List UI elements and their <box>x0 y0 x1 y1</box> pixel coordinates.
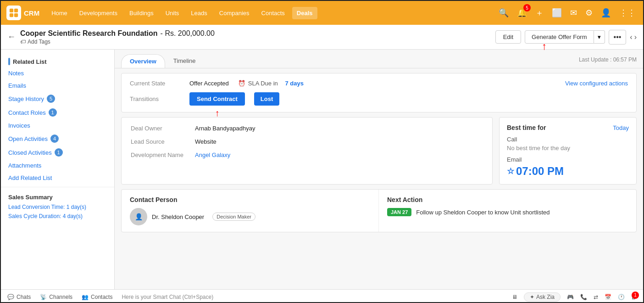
best-time-today-link[interactable]: Today <box>613 124 629 131</box>
current-state-value: Offer Accepted <box>189 80 229 87</box>
svg-rect-3 <box>14 13 18 17</box>
sidebar-item-emails[interactable]: Emails <box>1 79 114 92</box>
deal-owner-value: Arnab Bandyapadhyay <box>195 125 255 132</box>
nav-units[interactable]: Units <box>161 7 184 19</box>
content-area: Overview Timeline Last Update : 06:57 PM… <box>115 50 643 289</box>
translate-icon[interactable]: ⇄ <box>594 294 598 300</box>
contact-name: Dr. Sheldon Cooper <box>152 213 204 220</box>
ask-zia-button[interactable]: ✦ Ask Zia <box>524 292 561 302</box>
email-time: ☆ 07:00 PM <box>507 165 629 178</box>
next-action-section: Next Action JAN 27 Follow up Sheldon Coo… <box>379 190 636 232</box>
red-arrow-send-contract: ↑ <box>215 108 219 118</box>
main-layout: Related List Notes Emails Stage History … <box>1 50 643 289</box>
bottom-bar: 💬 Chats 📡 Channels 👥 Contacts Here is yo… <box>1 289 643 303</box>
sidebar-item-invoices[interactable]: Invoices <box>1 119 114 132</box>
next-record-button[interactable]: › <box>634 33 637 41</box>
sidebar-item-attachments[interactable]: Attachments <box>1 159 114 172</box>
nav-contacts[interactable]: Contacts <box>257 7 289 19</box>
decision-maker-badge: Decision Maker <box>212 213 255 221</box>
sidebar: Related List Notes Emails Stage History … <box>1 50 115 289</box>
development-name-label: Development Name <box>131 152 195 158</box>
generate-dropdown-arrow[interactable]: ▾ <box>594 30 605 44</box>
app-logo-text: CRM <box>24 9 39 17</box>
nav-developments[interactable]: Developments <box>75 7 122 19</box>
nav-deals[interactable]: Deals <box>292 7 317 19</box>
nav-companies[interactable]: Companies <box>215 7 254 19</box>
channels-button[interactable]: 📡 Channels <box>40 294 72 300</box>
lost-button[interactable]: Lost <box>254 92 279 106</box>
development-name-link[interactable]: Angel Galaxy <box>195 152 230 158</box>
tab-overview[interactable]: Overview <box>121 54 165 68</box>
view-configured-actions-link[interactable]: View configured actions <box>565 80 628 87</box>
contacts-button[interactable]: 👥 Contacts <box>82 294 112 300</box>
prev-record-button[interactable]: ‹ <box>630 33 632 41</box>
svg-rect-2 <box>10 13 13 17</box>
search-icon[interactable]: 🔍 <box>497 6 511 20</box>
open-activities-badge: 4 <box>50 135 59 143</box>
state-card: Current State Offer Accepted ⏰ SLA Due i… <box>121 73 637 112</box>
nav-home[interactable]: Home <box>47 7 72 19</box>
phone-icon[interactable]: 📞 <box>580 294 587 300</box>
settings-icon[interactable]: ⚙ <box>583 6 594 20</box>
gamepad-icon[interactable]: 🎮 <box>567 294 574 300</box>
sidebar-item-notes[interactable]: Notes <box>1 67 114 79</box>
contacts-icon: 👥 <box>82 294 89 300</box>
sidebar-item-stage-history[interactable]: Stage History 5 <box>1 92 114 106</box>
lead-source-value: Website <box>195 138 217 145</box>
history-icon[interactable]: 🕐 <box>618 294 625 300</box>
lead-source-label: Lead Source <box>131 138 195 145</box>
page-title: Cooper Scientific Research Foundation <box>20 29 158 38</box>
sales-summary-title: Sales Summary <box>1 190 114 202</box>
tab-timeline[interactable]: Timeline <box>165 54 204 68</box>
contact-avatar: 👤 <box>130 208 147 225</box>
page-amount: - Rs. 200,000.00 <box>161 29 215 38</box>
trash-badge: 1 <box>632 292 639 299</box>
send-contract-button[interactable]: Send Contract <box>189 92 245 106</box>
app-logo: CRM <box>6 6 39 20</box>
svg-rect-0 <box>10 9 13 12</box>
zia-icon: ✦ <box>530 294 534 300</box>
closed-activities-badge: 1 <box>55 148 63 157</box>
last-update-label: Last Update : 06:57 PM <box>579 56 637 66</box>
contact-roles-badge: 1 <box>49 108 57 117</box>
back-button[interactable]: ← <box>7 32 16 42</box>
top-navigation: CRM Home Developments Buildings Units Le… <box>1 1 643 25</box>
more-options-button[interactable]: ••• <box>609 30 627 45</box>
form-icon[interactable]: ⬜ <box>550 6 564 20</box>
chats-button[interactable]: 💬 Chats <box>7 294 31 300</box>
notification-icon[interactable]: 🔔 5 <box>515 6 529 20</box>
mail-icon[interactable]: ✉ <box>568 6 579 20</box>
sidebar-item-open-activities[interactable]: Open Activities 4 <box>1 132 114 146</box>
notification-badge: 5 <box>523 4 531 11</box>
monitor-icon[interactable]: 🖥 <box>512 294 517 300</box>
generate-offer-form-button[interactable]: Generate Offer Form <box>525 30 594 44</box>
sales-cycle-duration: Sales Cycle Duration: 4 day(s) <box>1 212 114 221</box>
sidebar-item-contact-roles[interactable]: Contact Roles 1 <box>1 106 114 119</box>
page-header: ← Cooper Scientific Research Foundation … <box>1 25 643 50</box>
next-action-title: Next Action <box>387 196 628 203</box>
next-action-date-badge: JAN 27 <box>387 208 411 216</box>
trash-icon-wrap: 🗑 1 <box>631 294 637 300</box>
next-action-text: Follow up Sheldon Cooper to know Unit sh… <box>416 209 550 216</box>
nav-buildings[interactable]: Buildings <box>125 7 158 19</box>
best-time-title: Best time for <box>507 124 546 131</box>
sidebar-item-closed-activities[interactable]: Closed Activities 1 <box>1 146 114 159</box>
svg-rect-1 <box>14 9 18 12</box>
calendar-icon[interactable]: 📅 <box>605 294 611 300</box>
star-icon: ☆ <box>507 166 514 176</box>
deal-details-card: Deal Owner Arnab Bandyapadhyay Lead Sour… <box>121 117 493 185</box>
best-time-card: Best time for Today Call No best time fo… <box>499 117 637 185</box>
chats-icon: 💬 <box>7 294 14 300</box>
lead-conversion-time: Lead Conversion Time: 1 day(s) <box>1 202 114 212</box>
call-value: No best time for the day <box>507 145 629 152</box>
grid-icon[interactable]: ⋮⋮ <box>617 6 638 20</box>
add-tags-button[interactable]: 🏷 Add Tags <box>20 39 215 45</box>
logo-icon <box>6 6 21 20</box>
user-icon[interactable]: 👤 <box>599 6 613 20</box>
call-label: Call <box>507 136 629 143</box>
edit-button[interactable]: Edit <box>495 30 521 44</box>
add-icon[interactable]: ＋ <box>533 6 545 20</box>
nav-leads[interactable]: Leads <box>186 7 211 19</box>
deal-owner-label: Deal Owner <box>131 125 195 132</box>
sidebar-item-add-related-list[interactable]: Add Related List <box>1 172 114 184</box>
